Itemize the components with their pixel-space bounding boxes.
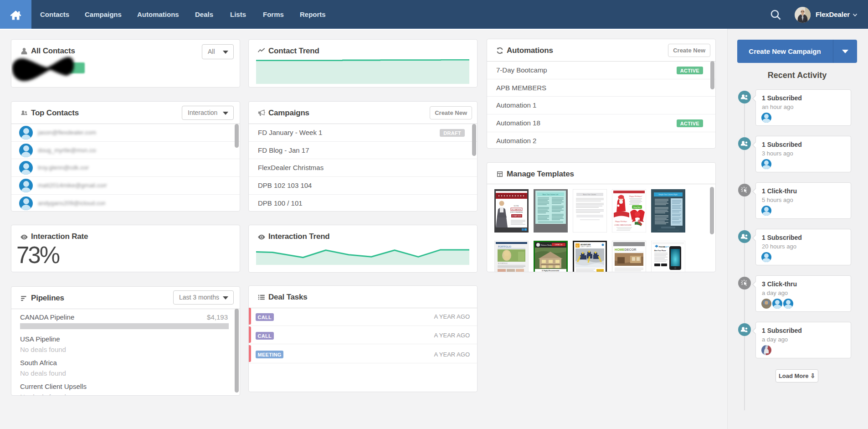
svg-text:DONATE NOW: DONATE NOW	[512, 215, 522, 217]
svg-text:Enjoy Now: Enjoy Now	[633, 207, 641, 208]
svg-text:PHONEAPP: PHONEAPP	[659, 246, 669, 248]
svg-text:PORTFOLIO: PORTFOLIO	[498, 245, 511, 248]
svg-text:U: U	[576, 244, 578, 247]
svg-text:MY PORTFOLIO: MY PORTFOLIO	[498, 263, 508, 264]
svg-text:Basic Two Column Left: Basic Two Column Left	[543, 194, 559, 196]
svg-text:Basic One Column: Basic One Column	[583, 194, 596, 196]
svg-text:LOVED ONES IN HOUSE: LOVED ONES IN HOUSE	[614, 224, 631, 226]
svg-text:ED WATERS: ED WATERS	[512, 209, 522, 211]
svg-text:READ MORE: READ MORE	[597, 270, 604, 272]
svg-text:#1 Highly Recommended: #1 Highly Recommended	[542, 270, 559, 272]
svg-text:HOMEDECOR: HOMEDECOR	[615, 248, 637, 252]
svg-text:Reliance Realty: Reliance Realty	[541, 244, 552, 246]
svg-text:Happy Holidays!: Happy Holidays!	[629, 195, 642, 197]
svg-text:Simple Two Column Right: Simple Two Column Right	[658, 194, 677, 196]
svg-text:CONTACT US: CONTACT US	[555, 244, 563, 246]
svg-text:QUALITY CAMPUS: QUALITY CAMPUS	[580, 246, 591, 248]
svg-text:Happy Holidays: Happy Holidays	[615, 220, 627, 222]
svg-text:FOR CONGRESS: FOR CONGRESS	[510, 212, 523, 213]
svg-text:VOTE: VOTE	[514, 205, 519, 207]
svg-text:ADVENTURE: ADVENTURE	[580, 244, 591, 246]
svg-text:Meet Your Phone: Meet Your Phone	[654, 250, 666, 252]
